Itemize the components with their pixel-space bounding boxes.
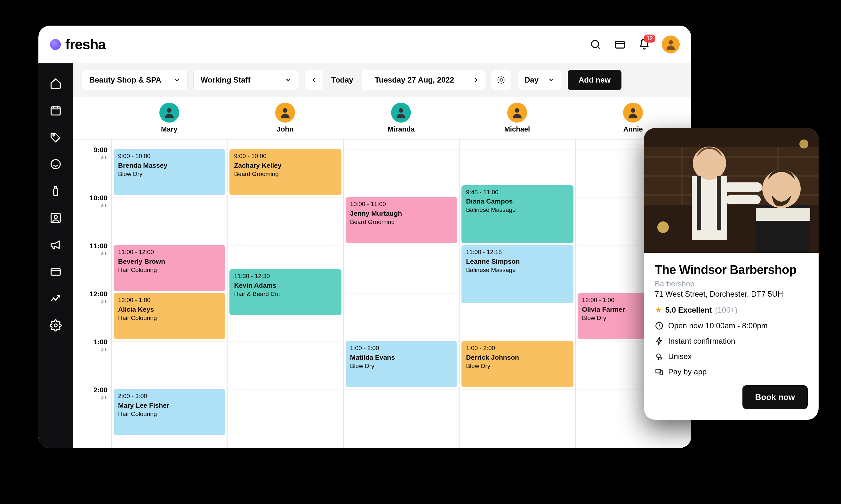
svg-point-11	[500, 79, 502, 81]
calendar-event[interactable]: 9:45 - 11:00 Diana Campos Balinese Massa…	[462, 185, 573, 244]
time-tick: 11:00am	[90, 242, 108, 256]
wallet-button[interactable]	[613, 38, 627, 51]
calendar-event[interactable]: 1:00 - 2:00 Matilda Evans Blow Dry	[346, 341, 457, 387]
booking-hours: Open now 10:00am - 8:00pm	[655, 321, 808, 330]
staff-name: Mary	[161, 125, 177, 133]
staff-filter-select[interactable]: Working Staff	[193, 70, 299, 90]
event-service: Hair Colouring	[118, 314, 221, 322]
event-time: 9:00 - 10:00	[234, 152, 337, 160]
svg-rect-28	[724, 182, 762, 192]
bottle-icon	[50, 185, 62, 197]
svg-rect-2	[615, 41, 625, 48]
svg-rect-32	[756, 208, 810, 221]
staff-name: Michael	[504, 125, 530, 133]
calendar-event[interactable]: 12:00 - 1:00 Alicia Keys Hair Colouring	[113, 293, 225, 339]
event-time: 2:00 - 3:00	[118, 392, 221, 400]
staff-avatar	[623, 103, 643, 123]
gender-icon	[655, 352, 664, 361]
calendar-event[interactable]: 9:00 - 10:00 Zachary Kelley Beard Groomi…	[230, 149, 341, 195]
event-time: 9:45 - 11:00	[466, 188, 569, 197]
calendar-event[interactable]: 2:00 - 3:00 Mary Lee Fisher Hair Colouri…	[113, 389, 225, 435]
event-service: Balinese Massage	[466, 266, 569, 274]
staff-name: John	[277, 125, 294, 133]
calendar-settings-button[interactable]	[491, 70, 512, 90]
brand: fresha	[50, 36, 106, 53]
event-client: Mary Lee Fisher	[118, 401, 221, 410]
add-new-button[interactable]: Add new	[568, 70, 622, 90]
svg-point-25	[693, 147, 726, 180]
svg-point-0	[591, 40, 598, 47]
calendar-lane[interactable]: 9:00 - 10:00 Brenda Massey Blow Dry11:00…	[111, 140, 227, 448]
staff-column-header[interactable]: Miranda	[343, 97, 459, 139]
event-service: Beard Grooming	[350, 218, 453, 226]
event-service: Blow Dry	[350, 362, 453, 370]
calendar-lane[interactable]: 9:45 - 11:00 Diana Campos Balinese Massa…	[459, 140, 575, 448]
nav-payments[interactable]	[49, 265, 62, 278]
svg-rect-9	[51, 269, 60, 275]
svg-point-3	[668, 40, 673, 44]
event-service: Balinese Massage	[466, 206, 569, 214]
event-time: 11:00 - 12:00	[118, 248, 221, 256]
svg-point-10	[54, 324, 57, 327]
prev-day-button[interactable]	[305, 70, 323, 90]
sidebar	[38, 64, 73, 448]
nav-home[interactable]	[49, 77, 62, 90]
location-select-label: Beauty Shop & SPA	[89, 75, 161, 85]
event-time: 1:00 - 2:00	[350, 344, 453, 352]
staff-column-header[interactable]: Michael	[459, 97, 575, 139]
nav-settings[interactable]	[49, 319, 62, 332]
event-service: Hair Colouring	[118, 266, 221, 274]
svg-rect-27	[717, 176, 721, 230]
staff-column-header[interactable]: John	[227, 97, 343, 139]
svg-point-6	[51, 160, 60, 169]
calendar-header: Mary John Miranda Michael Annie	[73, 97, 691, 140]
staff-column-header[interactable]: Mary	[111, 97, 227, 139]
booking-pay-label: Pay by app	[668, 367, 706, 376]
nav-marketing[interactable]	[49, 238, 62, 252]
chevron-left-icon	[310, 76, 318, 84]
rating-label: Excellent	[678, 306, 712, 314]
nav-reports[interactable]	[49, 292, 62, 305]
calendar-event[interactable]: 11:00 - 12:00 Beverly Brown Hair Colouri…	[113, 245, 225, 291]
svg-point-14	[399, 108, 403, 113]
calendar-lane[interactable]: 9:00 - 10:00 Zachary Kelley Beard Groomi…	[227, 140, 343, 448]
event-time: 12:00 - 1:00	[118, 296, 221, 304]
calendar-event[interactable]: 11:30 - 12:30 Kevin Adams Hair & Beard C…	[230, 269, 341, 315]
calendar-event[interactable]: 10:00 - 11:00 Jenny Murtaugh Beard Groom…	[346, 197, 457, 243]
calendar-event[interactable]: 1:00 - 2:00 Derrick Johnson Blow Dry	[462, 341, 573, 387]
booking-hours-label: Open now 10:00am - 8:00pm	[668, 321, 768, 330]
calendar-lane[interactable]: 10:00 - 11:00 Jenny Murtaugh Beard Groom…	[343, 140, 459, 448]
booking-confirmation: Instant confirmation	[655, 337, 808, 346]
book-now-button[interactable]: Book now	[742, 385, 808, 409]
notifications-button[interactable]: 12	[638, 38, 651, 51]
person-square-icon	[50, 212, 62, 224]
wallet-icon	[614, 38, 626, 51]
nav-clients[interactable]	[49, 158, 62, 171]
time-axis: 9:00am10:00am11:00am12:00pm1:00pm2:00pm	[73, 140, 111, 448]
user-avatar[interactable]	[662, 36, 680, 53]
location-select[interactable]: Beauty Shop & SPA	[82, 70, 187, 90]
current-date[interactable]: Tuesday 27 Aug, 2022	[362, 70, 467, 90]
gear-icon	[50, 319, 62, 331]
calendar-event[interactable]: 11:00 - 12:15 Leanne Simpson Balinese Ma…	[462, 245, 573, 303]
staff-avatar	[275, 103, 295, 123]
person-icon	[163, 106, 176, 119]
nav-calendar[interactable]	[49, 104, 62, 117]
calendar-event[interactable]: 9:00 - 10:00 Brenda Massey Blow Dry	[113, 149, 225, 195]
booking-image	[644, 128, 819, 253]
search-icon	[589, 38, 602, 51]
search-button[interactable]	[589, 38, 602, 51]
svg-point-13	[283, 108, 287, 113]
star-icon: ★	[655, 305, 662, 315]
view-select[interactable]: Day	[517, 70, 562, 90]
person-icon	[664, 38, 677, 51]
nav-sales[interactable]	[49, 130, 62, 144]
card-icon	[50, 266, 62, 278]
today-button[interactable]: Today	[323, 70, 362, 90]
nav-catalog[interactable]	[49, 184, 62, 198]
event-time: 11:00 - 12:15	[466, 248, 569, 256]
person-icon	[394, 106, 408, 119]
event-time: 1:00 - 2:00	[466, 344, 569, 352]
next-day-button[interactable]	[467, 70, 485, 90]
nav-team[interactable]	[49, 211, 62, 224]
